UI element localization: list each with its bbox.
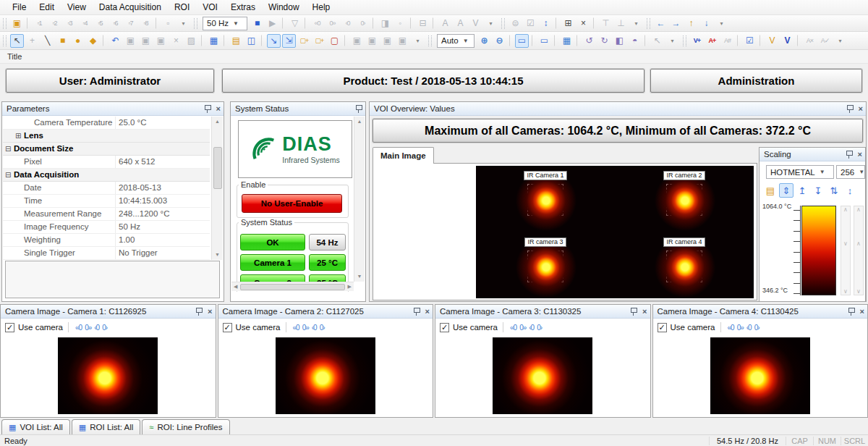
- grid-delete-icon[interactable]: ×: [576, 17, 590, 30]
- toolbar-gripper[interactable]: [3, 35, 7, 46]
- roi-properties-icon[interactable]: ▦: [207, 34, 221, 48]
- scale-min-icon[interactable]: ↧: [811, 183, 825, 198]
- grid-add-icon[interactable]: ⊞: [561, 17, 575, 30]
- camera-thermal-image[interactable]: [710, 337, 810, 414]
- pin-icon[interactable]: [846, 104, 854, 113]
- undo-icon[interactable]: ↶: [109, 34, 122, 48]
- toolbar-overflow-icon[interactable]: ▾: [629, 17, 643, 30]
- roi-multi-select-icon[interactable]: ⇲: [282, 34, 296, 48]
- menu-item[interactable]: Help: [306, 0, 337, 14]
- roi-reference-icon[interactable]: ▢: [328, 34, 341, 48]
- parameter-row[interactable]: Pixel 640 x 512: [3, 156, 210, 169]
- scale-max-icon[interactable]: ↥: [795, 183, 809, 198]
- no-user-enable-button[interactable]: No User-Enable: [242, 194, 342, 213]
- rotate-left-icon[interactable]: «0: [293, 324, 299, 332]
- pointer-mode-icon[interactable]: ↖: [650, 34, 664, 48]
- step-back-icon[interactable]: ‹0: [341, 17, 354, 30]
- administration-button[interactable]: Administration: [650, 69, 862, 93]
- seek-end-icon[interactable]: 0»: [326, 17, 339, 30]
- menu-item[interactable]: Extras: [224, 0, 262, 14]
- main-thermal-image[interactable]: IR Camera 1 IR camera 2: [476, 166, 754, 298]
- paste-icon[interactable]: ▣: [154, 34, 168, 48]
- document-4-icon[interactable]: ▫4: [78, 17, 92, 30]
- pin-icon[interactable]: [195, 307, 203, 316]
- annotation-manage-icon[interactable]: A#: [720, 34, 734, 48]
- order-forward-icon[interactable]: ▣: [380, 34, 394, 48]
- order-back-icon[interactable]: ▣: [365, 34, 379, 48]
- step-rotate-left-icon[interactable]: ‹0: [529, 324, 534, 332]
- toolbar-gripper[interactable]: [194, 18, 197, 29]
- polygon-tool-icon[interactable]: ◆: [86, 34, 100, 48]
- roi-rectangle[interactable]: [666, 184, 702, 216]
- roi-add-point-icon[interactable]: ▢+: [312, 34, 326, 48]
- fullscreen-icon[interactable]: ▭: [537, 34, 551, 48]
- step-rotate-right-icon[interactable]: 0›: [320, 324, 325, 332]
- toolbar-overflow-icon[interactable]: ▾: [411, 34, 425, 48]
- menu-item[interactable]: View: [61, 0, 93, 14]
- document-5-icon[interactable]: ▫5: [93, 17, 107, 30]
- close-icon[interactable]: ×: [858, 151, 862, 158]
- bottom-tab[interactable]: ▦ ROI List: All: [72, 419, 140, 434]
- parameter-row[interactable]: Single Trigger No Trigger: [3, 247, 210, 260]
- play-icon[interactable]: ▶: [265, 17, 279, 30]
- camera-thermal-image[interactable]: [493, 337, 592, 414]
- camera-thermal-image[interactable]: [276, 337, 375, 414]
- step-rotate-right-icon[interactable]: 0›: [537, 324, 542, 332]
- toolbar-gripper[interactable]: [683, 35, 686, 46]
- point-tool-icon[interactable]: +: [25, 34, 39, 48]
- expander-icon[interactable]: ⊞: [15, 130, 24, 142]
- expander-icon[interactable]: ⊟: [5, 169, 14, 181]
- rotate-left-icon[interactable]: «0: [728, 324, 734, 332]
- close-icon[interactable]: ×: [642, 308, 647, 315]
- parameter-row[interactable]: ⊞ Lens: [3, 130, 210, 143]
- toolbar-gripper[interactable]: [501, 18, 505, 29]
- link-frames-icon[interactable]: ⊜: [509, 17, 522, 30]
- parameter-row[interactable]: Weighting 1.00: [3, 234, 210, 247]
- annotation-v-icon[interactable]: V: [469, 17, 482, 30]
- roi-rectangle[interactable]: [666, 251, 702, 282]
- move-window-left-icon[interactable]: ←: [654, 17, 668, 30]
- toolbar-overflow-icon[interactable]: ▾: [176, 17, 190, 30]
- step-forward-icon[interactable]: 0›: [356, 17, 370, 30]
- voi-open-icon[interactable]: V: [765, 34, 779, 48]
- bottom-tab[interactable]: ≈ ROI: Line Profiles: [142, 419, 229, 434]
- roi-rectangle[interactable]: [527, 184, 563, 216]
- toolbar-gripper[interactable]: [428, 35, 432, 46]
- rotate-left-icon[interactable]: «0: [75, 324, 82, 332]
- menu-item[interactable]: Window: [262, 0, 306, 14]
- scroll-down-icon[interactable]: ▼: [215, 250, 220, 260]
- scale-max-spinner[interactable]: ∧ ∨ ∨: [841, 206, 851, 295]
- document-6-icon[interactable]: ▫6: [109, 17, 122, 30]
- move-window-right-icon[interactable]: →: [669, 17, 683, 30]
- scroll-left-icon[interactable]: ◀: [231, 284, 239, 290]
- scroll-up-icon[interactable]: ▲: [357, 117, 362, 127]
- voi-check-icon[interactable]: ☑: [743, 34, 757, 48]
- expander-icon[interactable]: ⊟: [5, 143, 14, 155]
- toolbar-gripper[interactable]: [3, 18, 7, 29]
- roi-add-icon[interactable]: ▢+: [297, 34, 311, 48]
- user-button[interactable]: User: Administrator: [6, 69, 214, 93]
- pin-icon[interactable]: [630, 307, 637, 316]
- rotate-left-icon[interactable]: «0: [510, 324, 516, 332]
- ellipse-tool-icon[interactable]: ●: [71, 34, 85, 48]
- close-icon[interactable]: ×: [216, 105, 221, 112]
- menu-item[interactable]: Data Acquisition: [93, 0, 168, 14]
- flip-vertical-icon[interactable]: ◓: [628, 34, 642, 48]
- pin-icon[interactable]: [846, 150, 853, 159]
- rotate-right-icon[interactable]: 0»: [302, 324, 309, 332]
- rectangle-tool-icon[interactable]: ■: [56, 34, 69, 48]
- bottom-tab[interactable]: ▦ VOI List: All: [1, 419, 70, 434]
- camera-thermal-image[interactable]: [58, 337, 158, 414]
- parameter-row[interactable]: ⊟ Data Acquisition: [3, 169, 210, 182]
- step-rotate-right-icon[interactable]: 0›: [754, 324, 760, 332]
- close-icon[interactable]: ×: [859, 105, 863, 112]
- vertical-scrollbar[interactable]: ▲ ▼: [354, 117, 365, 282]
- select-frame-icon[interactable]: ☑: [524, 17, 537, 30]
- use-camera-checkbox[interactable]: ✓: [223, 323, 232, 332]
- roi-save-icon[interactable]: ◫: [244, 34, 258, 48]
- use-camera-checkbox[interactable]: ✓: [658, 323, 667, 332]
- menu-item[interactable]: Edit: [33, 0, 61, 14]
- chevron-down-icon[interactable]: ∨: [843, 288, 848, 295]
- document-7-icon[interactable]: ▫7: [124, 17, 137, 30]
- pin-icon[interactable]: [413, 307, 420, 316]
